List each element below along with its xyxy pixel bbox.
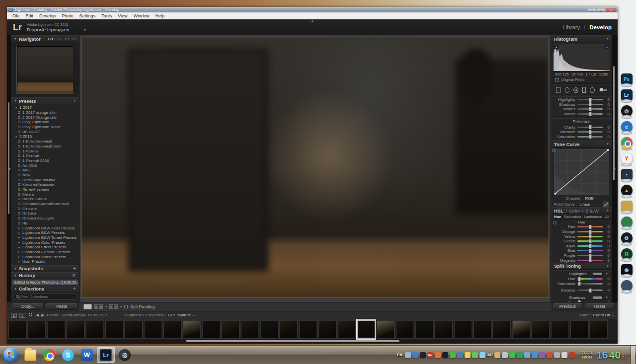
hsl-subtab-all[interactable]: All — [605, 215, 609, 219]
preset-item[interactable]: 2-2017 Orange skin — [11, 115, 79, 120]
tray-icon-22[interactable] — [561, 352, 567, 358]
slider-thumb[interactable] — [589, 289, 591, 292]
dock-chrome[interactable] — [621, 137, 633, 150]
preset-item[interactable]: 1-2017 orange skin — [11, 110, 79, 115]
snapshots-add-icon[interactable]: + — [73, 266, 76, 271]
tray-icon-17[interactable] — [524, 352, 530, 358]
slider-thumb[interactable] — [589, 230, 591, 234]
preset-folder[interactable]: ►User Presets — [11, 259, 79, 264]
filmstrip-thumb[interactable] — [396, 319, 414, 339]
grid-view-icon[interactable] — [29, 313, 32, 317]
filmstrip-thumb[interactable] — [454, 319, 473, 339]
slider-track[interactable] — [577, 240, 603, 242]
chevron-down-icon[interactable]: ▾ — [612, 313, 614, 317]
tone-curve-header[interactable]: Tone Curve ▼ — [551, 141, 612, 147]
top-panel-collapse-icon[interactable]: ▲ — [311, 19, 314, 22]
preset-item[interactable]: Летний зелень — [11, 187, 79, 192]
tray-icon-3[interactable] — [420, 352, 426, 358]
dock-r-app[interactable]: R — [621, 248, 633, 261]
filmstrip-thumb[interactable] — [163, 319, 182, 339]
channel-value[interactable]: RGB — [585, 196, 593, 201]
filmstrip-thumb[interactable] — [27, 319, 46, 339]
slider-thumb[interactable] — [589, 254, 591, 258]
slider-track[interactable] — [577, 278, 603, 280]
preset-item[interactable]: 1-Летний 2016 — [11, 158, 79, 163]
identity-caret-icon[interactable]: ▼ — [83, 27, 86, 32]
close-button[interactable]: ✕ — [606, 8, 616, 12]
slider-track[interactable] — [577, 99, 603, 100]
slider-track[interactable] — [577, 127, 603, 128]
navigator-zoom-1-1[interactable]: 1:1 — [65, 37, 70, 41]
taskbar-chrome-button[interactable] — [40, 347, 58, 363]
tray-icon-8[interactable] — [457, 352, 463, 358]
dock-camera[interactable]: ◉ — [621, 264, 633, 277]
preset-item[interactable]: Кожа набережная — [11, 182, 79, 187]
slider-track[interactable] — [577, 290, 603, 291]
slider-thumb[interactable] — [589, 239, 591, 243]
dock-browser[interactable]: e — [621, 121, 633, 134]
presets-add-icon[interactable]: + — [73, 98, 76, 104]
collections-add-icon[interactable]: + — [73, 286, 76, 291]
dock-save[interactable]: ▪ — [621, 169, 633, 182]
slider-track[interactable] — [577, 136, 603, 138]
tray-icon-6[interactable] — [442, 352, 448, 358]
navigator-header[interactable]: ▼ Navigator FITFILL1:13:1 — [11, 35, 79, 42]
slider-track[interactable] — [577, 260, 603, 261]
hsl-tab-hsl[interactable]: HSL — [554, 208, 563, 214]
show-desktop-button[interactable] — [631, 346, 635, 364]
slider-thumb[interactable] — [578, 282, 581, 286]
slider-track[interactable] — [577, 113, 603, 115]
menu-file[interactable]: File — [9, 13, 23, 18]
preset-item[interactable]: New — [11, 173, 79, 178]
taskbar-skype-button[interactable]: S — [59, 347, 77, 363]
radial-filter-icon[interactable] — [590, 87, 595, 93]
collections-filter-input[interactable] — [20, 294, 65, 299]
filmstrip-thumb[interactable] — [260, 319, 279, 339]
graduated-filter-icon[interactable] — [582, 87, 586, 93]
highlight-clipping-icon[interactable]: ▲ — [605, 45, 609, 49]
history-entry[interactable]: Edited in Adobe Photoshop (19.06.20... — [12, 280, 78, 285]
history-header[interactable]: ▼ History ✕ — [11, 272, 79, 279]
tray-icon-21[interactable] — [554, 352, 560, 358]
language-indicator[interactable]: EN — [397, 353, 402, 357]
preset-folder[interactable]: ►Lightroom Color Presets — [11, 240, 79, 245]
filmstrip-thumb[interactable] — [337, 319, 356, 339]
slider-thumb[interactable] — [589, 125, 591, 129]
taskbar-clock[interactable]: 16 40 51 — [596, 349, 627, 361]
filmstrip-thumb[interactable] — [376, 319, 395, 339]
module-library[interactable]: Library — [562, 24, 580, 30]
tray-icon-23[interactable] — [569, 352, 575, 358]
preset-folder[interactable]: ►Lightroom General Presets — [11, 250, 79, 255]
preset-item[interactable]: 1-Летний — [11, 153, 79, 158]
tray-icon-4[interactable]: En — [427, 352, 433, 358]
filmstrip-thumb[interactable] — [182, 319, 201, 339]
main-window-button[interactable]: 1 — [11, 313, 17, 318]
preset-folder[interactable]: ►Lightroom Effect Presets — [11, 245, 79, 250]
dock-lightroom[interactable]: Lr — [621, 89, 633, 102]
tray-icon-10[interactable] — [472, 352, 478, 358]
preset-item[interactable]: Мечта — [11, 192, 79, 197]
preset-folder[interactable]: ►Lightroom B&W Presets — [11, 230, 79, 235]
slider-track[interactable] — [577, 250, 603, 251]
start-button[interactable] — [3, 348, 18, 363]
filmstrip-thumb[interactable] — [318, 319, 337, 339]
filmstrip-thumb[interactable] — [202, 319, 221, 339]
slider-thumb[interactable] — [578, 277, 581, 281]
loupe-view-icon[interactable] — [83, 304, 92, 309]
slider-thumb[interactable] — [578, 300, 581, 302]
dock-obs[interactable]: ◎ — [621, 105, 633, 118]
spot-removal-icon[interactable] — [565, 87, 570, 93]
crop-tool-icon[interactable] — [556, 87, 561, 93]
forward-arrow-icon[interactable]: ▶ — [41, 313, 44, 317]
filmstrip-thumb[interactable] — [551, 319, 569, 339]
preset-item[interactable]: 1-Естественный свет — [11, 144, 79, 149]
hsl-header[interactable]: HSL / Color / B & W ▼ — [551, 207, 612, 214]
slider-track[interactable] — [577, 283, 603, 285]
tray-icon-15[interactable] — [509, 352, 515, 358]
preset-item[interactable]: Настя Смена — [11, 197, 79, 202]
hsl-tab-bw[interactable]: B & W — [585, 208, 599, 214]
filmstrip-thumb[interactable] — [8, 319, 27, 339]
slider-track[interactable] — [577, 226, 603, 227]
split-toning-header[interactable]: Split Toning ▼ — [551, 263, 612, 270]
slider-thumb[interactable] — [589, 112, 591, 116]
